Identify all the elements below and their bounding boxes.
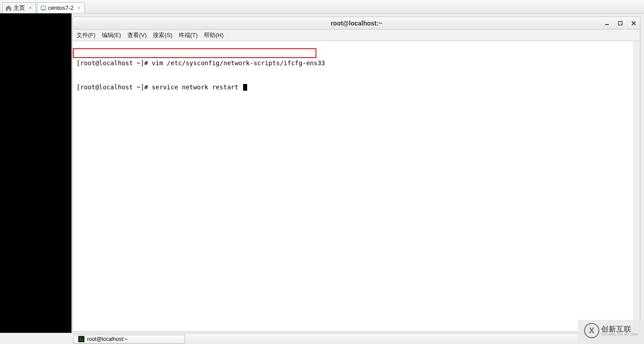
taskbar-terminal-button[interactable]: root@localhost:~: [73, 335, 185, 344]
scrollbar-vertical[interactable]: [634, 41, 640, 331]
terminal-line: [root@localhost ~]# service network rest…: [76, 83, 636, 91]
menu-help[interactable]: 帮助(H): [204, 31, 223, 39]
menu-search[interactable]: 搜索(S): [153, 31, 172, 39]
terminal-text: [root@localhost ~]# vim /etc/sysconfig/n…: [76, 59, 325, 67]
terminal-line: [root@localhost ~]# vim /etc/sysconfig/n…: [76, 59, 636, 67]
menu-edit[interactable]: 编辑(E): [102, 31, 121, 39]
close-icon[interactable]: ×: [76, 4, 82, 11]
home-icon: [5, 5, 12, 11]
terminal-window: root@localhost:~ 文件(F) 编辑(E) 查看(V): [72, 17, 640, 332]
tab-vm-label: centos7-2: [48, 4, 74, 11]
close-button[interactable]: [630, 20, 637, 26]
svg-rect-3: [619, 21, 622, 25]
terminal-text: [root@localhost ~]# service network rest…: [76, 84, 242, 91]
terminal-titlebar[interactable]: root@localhost:~: [73, 17, 640, 29]
tab-home-label: 主页: [13, 4, 25, 12]
vm-tab-strip: 主页 × centos7-2 ×: [0, 0, 644, 13]
menu-view[interactable]: 查看(V): [127, 31, 147, 39]
close-icon[interactable]: ×: [28, 4, 33, 11]
annotation-highlight: [73, 48, 316, 58]
taskbar-button-label: root@localhost:~: [87, 336, 128, 342]
tab-home[interactable]: 主页 ×: [2, 2, 36, 13]
terminal-title: root@localhost:~: [331, 20, 382, 27]
terminal-body[interactable]: [root@localhost ~]# vim /etc/sysconfig/n…: [73, 41, 640, 331]
svg-rect-1: [42, 10, 44, 10]
text-cursor: [243, 84, 247, 91]
vm-display-area: root@localhost:~ 文件(F) 编辑(E) 查看(V): [72, 13, 644, 333]
tab-vm[interactable]: centos7-2 ×: [37, 2, 85, 13]
maximize-button[interactable]: [617, 20, 624, 26]
terminal-icon: [78, 336, 84, 342]
svg-rect-0: [41, 6, 46, 9]
terminal-menu: 文件(F) 编辑(E) 查看(V) 搜索(S) 终端(T) 帮助(H): [73, 29, 640, 41]
svg-rect-4: [81, 340, 83, 340]
vm-black-panel: [0, 13, 72, 333]
menu-file[interactable]: 文件(F): [76, 31, 96, 39]
menu-terminal[interactable]: 终端(T): [179, 31, 198, 39]
vm-icon: [40, 5, 46, 11]
svg-rect-2: [605, 24, 609, 25]
minimize-button[interactable]: [603, 20, 610, 26]
gnome-taskbar: root@localhost:~: [72, 333, 644, 344]
